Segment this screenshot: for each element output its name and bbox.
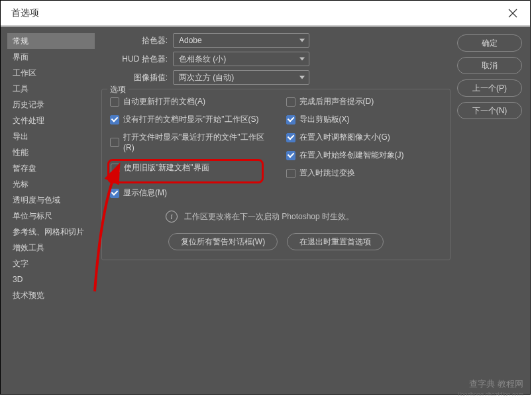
titlebar: 首选项 [1, 1, 530, 26]
hud-picker-value: 色相条纹 (小) [179, 54, 226, 65]
option-checkbox[interactable]: 导出剪贴板(X) [286, 114, 443, 125]
sidebar-item-11[interactable]: 单位与标尺 [7, 208, 95, 224]
watermark-url: jiaocheng.chazidian.com [458, 391, 523, 396]
options-fieldset: 选项 自动更新打开的文档(A)没有打开的文档时显示"开始"工作区(S)打开文件时… [101, 89, 451, 260]
checkbox-icon [286, 97, 295, 107]
sidebar-item-9[interactable]: 光标 [7, 176, 95, 192]
action-button-column: 确定 取消 上一个(P) 下一个(N) [457, 33, 523, 387]
hud-picker-row: HUD 拾色器: 色相条纹 (小) [101, 52, 451, 66]
category-sidebar: 常规界面工作区工具历史记录文件处理导出性能暂存盘光标透明度与色域单位与标尺参考线… [7, 33, 95, 387]
option-checkbox[interactable]: 使用旧版"新建文档"界面 [111, 162, 258, 173]
checkbox-icon [286, 169, 295, 178]
sidebar-item-12[interactable]: 参考线、网格和切片 [7, 224, 95, 240]
option-checkbox[interactable]: 没有打开的文档时显示"开始"工作区(S) [110, 114, 266, 125]
sidebar-item-16[interactable]: 技术预览 [7, 287, 95, 303]
info-row: i 工作区更改将在下一次启动 Photoshop 时生效。 [166, 211, 442, 223]
info-icon: i [166, 211, 178, 223]
option-checkbox[interactable]: 置入时跳过变换 [286, 168, 443, 179]
window-title: 首选项 [11, 7, 39, 19]
option-checkbox[interactable]: 打开文件时显示"最近打开的文件"工作区(R) [110, 132, 266, 152]
sidebar-item-15[interactable]: 3D [7, 272, 95, 287]
reset-dialogs-button[interactable]: 复位所有警告对话框(W) [168, 233, 278, 250]
close-icon [508, 9, 517, 18]
checkbox-icon [286, 151, 295, 160]
option-checkbox[interactable]: 自动更新打开的文档(A) [110, 96, 266, 107]
color-picker-row: 拾色器: Adobe [101, 33, 451, 48]
sidebar-item-5[interactable]: 文件处理 [7, 113, 95, 128]
sidebar-item-10[interactable]: 透明度与色域 [7, 192, 95, 208]
color-picker-label: 拾色器: [101, 35, 168, 46]
option-label: 使用旧版"新建文档"界面 [124, 162, 209, 173]
sidebar-item-3[interactable]: 工具 [7, 81, 95, 97]
checkbox-icon [111, 164, 120, 173]
option-checkbox[interactable]: 在置入时调整图像大小(G) [286, 132, 443, 143]
sidebar-item-2[interactable]: 工作区 [7, 65, 95, 81]
hud-picker-select[interactable]: 色相条纹 (小) [173, 52, 309, 66]
option-checkbox[interactable]: 在置入时始终创建智能对象(J) [286, 150, 443, 161]
prev-button[interactable]: 上一个(P) [457, 79, 522, 97]
option-label: 打开文件时显示"最近打开的文件"工作区(R) [123, 132, 266, 152]
info-text: 工作区更改将在下一次启动 Photoshop 时生效。 [184, 211, 354, 223]
ok-button[interactable]: 确定 [457, 34, 522, 52]
checkbox-icon [286, 133, 295, 142]
reset-on-quit-button[interactable]: 在退出时重置首选项 [287, 233, 384, 250]
option-checkbox[interactable]: 显示信息(M) [110, 187, 266, 199]
watermark: 查字典 教程网 [469, 378, 523, 390]
sidebar-item-6[interactable]: 导出 [7, 128, 95, 144]
image-interp-value: 两次立方 (自动) [179, 72, 234, 83]
checkbox-icon [110, 189, 119, 198]
cancel-button[interactable]: 取消 [457, 57, 522, 74]
highlighted-option: 使用旧版"新建文档"界面 [107, 159, 264, 183]
sidebar-item-14[interactable]: 文字 [7, 256, 95, 272]
checkbox-icon [110, 115, 119, 124]
checkbox-icon [286, 115, 295, 124]
close-button[interactable] [505, 5, 521, 21]
options-right-column: 完成后用声音提示(D)导出剪贴板(X)在置入时调整图像大小(G)在置入时始终创建… [286, 96, 443, 205]
option-label: 置入时跳过变换 [299, 168, 355, 179]
option-label: 没有打开的文档时显示"开始"工作区(S) [123, 114, 259, 125]
option-label: 导出剪贴板(X) [299, 114, 350, 125]
sidebar-item-13[interactable]: 增效工具 [7, 240, 95, 256]
image-interp-select[interactable]: 两次立方 (自动) [173, 70, 309, 85]
option-label: 在置入时始终创建智能对象(J) [299, 150, 404, 161]
checkbox-icon [110, 97, 119, 107]
bottom-button-row: 复位所有警告对话框(W) 在退出时重置首选项 [110, 233, 442, 250]
option-label: 自动更新打开的文档(A) [123, 96, 205, 107]
sidebar-item-4[interactable]: 历史记录 [7, 97, 95, 113]
hud-picker-label: HUD 拾色器: [101, 54, 168, 65]
option-label: 在置入时调整图像大小(G) [299, 132, 390, 143]
option-label: 显示信息(M) [123, 187, 167, 199]
sidebar-item-7[interactable]: 性能 [7, 144, 95, 160]
content-area: 常规界面工作区工具历史记录文件处理导出性能暂存盘光标透明度与色域单位与标尺参考线… [1, 26, 530, 394]
option-checkbox[interactable]: 完成后用声音提示(D) [286, 96, 443, 107]
options-grid: 自动更新打开的文档(A)没有打开的文档时显示"开始"工作区(S)打开文件时显示"… [110, 96, 442, 205]
options-left-column: 自动更新打开的文档(A)没有打开的文档时显示"开始"工作区(S)打开文件时显示"… [110, 96, 266, 205]
image-interp-label: 图像插值: [101, 72, 168, 83]
options-legend: 选项 [107, 84, 129, 95]
preferences-window: 首选项 常规界面工作区工具历史记录文件处理导出性能暂存盘光标透明度与色域单位与标… [0, 0, 531, 395]
main-panel: 拾色器: Adobe HUD 拾色器: 色相条纹 (小) 图像插值: 两次立方 … [95, 33, 457, 387]
checkbox-icon [110, 138, 119, 147]
sidebar-item-1[interactable]: 界面 [7, 49, 95, 65]
image-interp-row: 图像插值: 两次立方 (自动) [101, 70, 451, 85]
color-picker-select[interactable]: Adobe [173, 33, 309, 48]
color-picker-value: Adobe [179, 36, 202, 45]
option-label: 完成后用声音提示(D) [299, 96, 374, 107]
next-button[interactable]: 下一个(N) [457, 102, 522, 119]
sidebar-item-0[interactable]: 常规 [7, 33, 95, 49]
sidebar-item-8[interactable]: 暂存盘 [7, 160, 95, 176]
